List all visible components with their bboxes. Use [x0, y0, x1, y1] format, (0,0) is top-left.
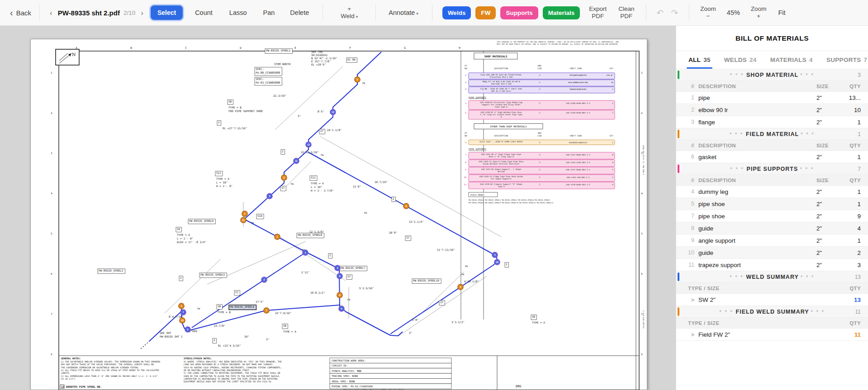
pdf-viewer[interactable]: ABCDEFGH1122334455667788NTHIS DRAWING IS…	[0, 26, 676, 390]
tag-text: S10	[257, 214, 262, 217]
tag-text: PW-89335_SPOOL7	[341, 266, 365, 270]
svg-text:TRACING SPEC: NONE: TRACING SPEC: NONE	[332, 375, 358, 377]
svg-text:Bolted: Bolted	[498, 170, 505, 173]
dimension-label: E 337'7.7/8"	[311, 60, 331, 63]
svg-text:PIECE MARKS: PIECE MARKS	[470, 194, 484, 196]
dimension-label: 3"	[266, 338, 269, 341]
svg-text:1: 1	[465, 74, 466, 76]
supports-toggle-button[interactable]: Supports	[500, 6, 538, 19]
item-number: 3	[676, 119, 694, 125]
svg-text:QTY: QTY	[610, 135, 613, 137]
prev-page-button[interactable]: ‹	[50, 9, 52, 17]
bom-item-row[interactable]: 11trapeze support2"3	[676, 259, 868, 271]
grid-number: 1	[51, 71, 52, 74]
fit-button[interactable]: Fit	[778, 9, 785, 16]
bom-item-row[interactable]: 5pipe shoe2"1	[676, 198, 868, 210]
svg-text:IS 18-1/2"): IS 18-1/2")	[61, 378, 76, 380]
svg-text:6: 6	[465, 141, 466, 144]
fw-label: FW	[362, 82, 365, 85]
svg-text:4) WHERE 'STRESS ANALYSIS' HAS: 4) WHERE 'STRESS ANALYSIS' HAS BEEN INDI…	[184, 361, 282, 363]
column-header-row: TYPE / SIZEQTY	[676, 318, 868, 329]
tab-materials[interactable]: MATERIALS4	[770, 51, 813, 69]
dimension-label: 17'5"	[256, 300, 264, 303]
export-pdf-button[interactable]: Export PDF	[589, 5, 607, 20]
column-header-row: TYPE / SIZEQTY	[676, 283, 868, 294]
svg-text:5: 5	[269, 195, 270, 197]
svg-text:For Angle Supports: For Angle Supports	[491, 178, 512, 180]
svg-text:(IN): (IN)	[537, 67, 542, 70]
delete-tool-button[interactable]: Delete	[290, 9, 309, 16]
add-weld-button[interactable]: + Weld▾	[336, 5, 363, 20]
zoom-in-button[interactable]: Zoom +	[751, 5, 767, 20]
redo-icon[interactable]: ↷	[671, 8, 678, 18]
svg-text:9: 9	[465, 169, 466, 171]
svg-text:11: 11	[295, 160, 298, 162]
bom-item-row[interactable]: 3flange2"1	[676, 116, 868, 128]
svg-text:4: 4	[494, 254, 496, 256]
summary-label: Field FW 2"	[698, 331, 837, 338]
next-page-button[interactable]: ›	[141, 9, 143, 17]
lasso-tool-button[interactable]: Lasso	[229, 9, 247, 16]
tab-welds[interactable]: WELDS24	[724, 51, 757, 69]
section-count: 7	[858, 166, 861, 172]
clean-pdf-button[interactable]: Clean PDF	[618, 5, 634, 20]
col-type-size: TYPE / SIZE	[688, 286, 837, 291]
weld-summary-row[interactable]: >Field FW 2"11	[676, 329, 868, 341]
item-description: pipe	[698, 94, 816, 101]
dimension-label: H = 1'- 3 7/8"	[311, 189, 334, 192]
bom-item-row[interactable]: 10guide2"2	[676, 247, 868, 259]
svg-text:4: 4	[181, 305, 182, 307]
isometric-drawing[interactable]: ABCDEFGH1122334455667788NTHIS DRAWING IS…	[31, 39, 648, 390]
bom-item-row[interactable]: 2elbow 90 lr2"10	[676, 104, 868, 116]
tag-text: E1 OK	[347, 58, 356, 61]
svg-text:LENGTH.: LENGTH.	[61, 372, 70, 374]
tab-all[interactable]: ALL35	[688, 51, 711, 69]
fw-label: FW	[461, 273, 465, 276]
section-header: * * * WELD SUMMARY * * *13	[676, 271, 868, 283]
undo-icon[interactable]: ↶	[656, 8, 664, 18]
svg-text:5) FOR LINES CONNECTING TO ROT: 5) FOR LINES CONNECTING TO ROTATING EQUI…	[184, 372, 280, 374]
bom-item-row[interactable]: 6gasket2"1	[676, 151, 868, 163]
tab-label: SUPPORTS	[826, 56, 861, 63]
item-size: 2"	[816, 107, 837, 113]
bom-item-row[interactable]: 4dummy leg2"1	[676, 186, 868, 198]
bom-item-row[interactable]: 7pipe shoe2"9	[676, 210, 868, 222]
grid-letter: H	[459, 46, 460, 49]
section-header: * * * FIELD WELD SUMMARY * * *11	[676, 306, 868, 318]
svg-text:7: 7	[183, 311, 184, 314]
tab-supports[interactable]: SUPPORTS7	[826, 51, 867, 69]
materials-toggle-button[interactable]: Materials	[543, 6, 580, 19]
grid-number: 6	[51, 273, 52, 275]
welds-toggle-button[interactable]: Welds	[442, 6, 471, 19]
grid-number: 7	[51, 313, 52, 315]
annotate-menu-button[interactable]: Annotate▾	[389, 9, 418, 16]
col-qty: QTY	[837, 320, 861, 326]
dimension-label: 20'9"	[389, 231, 397, 234]
svg-text:PT: PT	[465, 132, 467, 134]
svg-text:316/316L Wld S-10S: 316/316L Wld S-10S	[491, 83, 512, 85]
svg-text:10: 10	[181, 319, 184, 322]
bom-item-row[interactable]: 1pipe2"13...	[676, 92, 868, 104]
count-tool-button[interactable]: Count	[195, 9, 213, 16]
back-button[interactable]: ‹ Back	[10, 8, 31, 17]
pan-tool-button[interactable]: Pan	[263, 9, 275, 16]
select-tool-button[interactable]: Select	[151, 5, 183, 20]
fw-label: FW	[321, 154, 324, 156]
tab-label: MATERIALS	[770, 56, 806, 63]
zoom-out-button[interactable]: Zoom −	[700, 5, 716, 20]
svg-text:NO: NO	[465, 135, 467, 137]
item-size: 2"	[816, 119, 837, 126]
svg-text:Insul Gskt ...d150 FF EPDM 1/8: Insul Gskt ...d150 FF EPDM 1/8in NSF61	[479, 141, 523, 143]
dimension-label: 10"	[244, 335, 249, 338]
file-name: PW-89335 sht 2.pdf	[58, 9, 120, 17]
tag-text: PW-89335_SPOOL10	[413, 279, 439, 282]
pipe-run	[192, 253, 305, 328]
bom-item-row[interactable]: 8guide2"4	[676, 222, 868, 235]
bom-item-row[interactable]: 9angle support2"1	[676, 235, 868, 247]
svg-text:PW-89335_SPOOL8 PW-89335_SPOOL: PW-89335_SPOOL8 PW-89335_SPOOL9 PW-89335…	[469, 202, 553, 204]
svg-text:CMDTY CODE: CMDTY CODE	[569, 67, 582, 70]
fw-toggle-button[interactable]: FW	[475, 6, 496, 19]
weld-summary-row[interactable]: >SW 2"13	[676, 294, 868, 306]
dimension-label: 11'7.11/16"	[437, 248, 455, 251]
svg-text:3) ALL DIMENSIONS LESS THAN 2': 3) ALL DIMENSIONS LESS THAN 2'-0" ARE SH…	[61, 375, 158, 377]
